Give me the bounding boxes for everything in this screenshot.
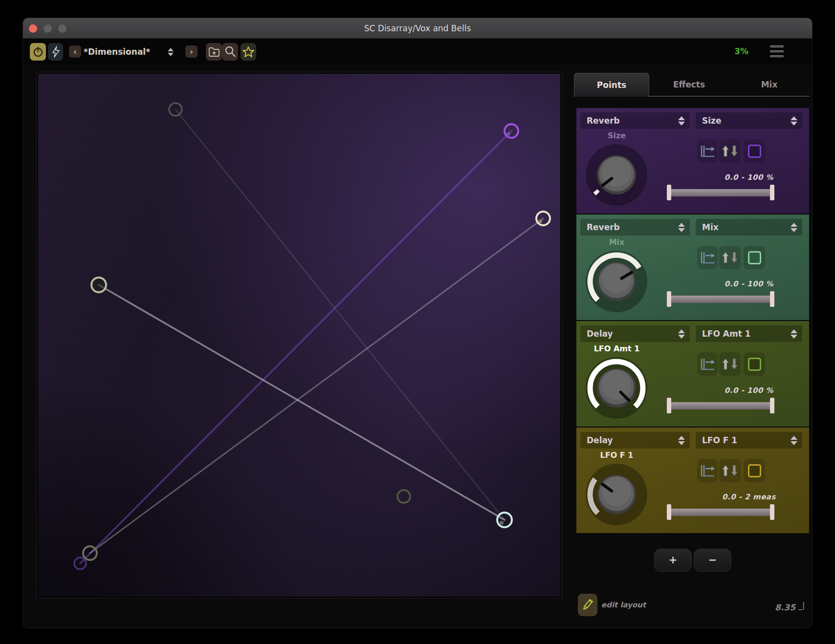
range-slider-min-handle[interactable] xyxy=(667,398,671,413)
toolbar: ‹ *Dimensional* › 3% xyxy=(23,39,812,64)
favorite-button[interactable] xyxy=(241,43,256,61)
range-slider-max-handle[interactable] xyxy=(770,185,774,200)
pad-node-dot xyxy=(500,521,504,525)
search-presets-button[interactable] xyxy=(222,43,238,61)
param-select[interactable]: LFO Amt 1 xyxy=(696,325,802,342)
tab-mix[interactable]: Mix xyxy=(729,73,810,97)
select-arrows-icon xyxy=(678,436,685,445)
range-slider-track xyxy=(669,402,773,409)
effect-select[interactable]: Delay xyxy=(580,432,690,449)
range-slider-track xyxy=(669,509,773,516)
range-readout: 0.0 - 100 % xyxy=(696,173,802,182)
remove-point-button[interactable]: − xyxy=(694,549,731,572)
bypass-button[interactable] xyxy=(48,43,63,61)
mod-invert-button[interactable] xyxy=(719,246,741,269)
mod-curve-button[interactable] xyxy=(697,246,718,269)
preset-browse-arrows[interactable] xyxy=(168,48,174,56)
param-knob[interactable] xyxy=(575,240,658,323)
param-knob[interactable] xyxy=(575,453,658,536)
param-select[interactable]: LFO F 1 xyxy=(696,432,802,449)
ramp-curve-icon xyxy=(699,251,716,264)
save-preset-button[interactable] xyxy=(206,43,222,61)
select-arrows-icon xyxy=(678,223,685,232)
mod-invert-button[interactable] xyxy=(719,139,741,163)
preset-next-button[interactable]: › xyxy=(185,45,198,58)
ramp-curve-icon xyxy=(699,357,716,371)
titlebar: SC Disarray/Vox and Bells xyxy=(23,18,812,39)
mod-curve-button[interactable] xyxy=(697,352,718,376)
tab-effects[interactable]: Effects xyxy=(649,73,729,97)
select-arrows-icon xyxy=(791,329,797,339)
range-slider[interactable] xyxy=(667,504,775,520)
mod-color-swatch-inner xyxy=(748,358,761,371)
pad-link-line xyxy=(80,131,511,563)
mod-invert-button[interactable] xyxy=(719,459,741,482)
effect-select-label: Reverb xyxy=(587,222,620,232)
param-knob[interactable] xyxy=(575,133,658,216)
range-slider[interactable] xyxy=(667,291,775,307)
range-readout: 0.0 - 100 % xyxy=(696,386,802,395)
range-slider-min-handle[interactable] xyxy=(667,291,671,307)
range-slider-max-handle[interactable] xyxy=(770,504,774,520)
tab-underline xyxy=(649,96,810,97)
effect-select[interactable]: Delay xyxy=(580,325,690,342)
pad-node[interactable] xyxy=(91,278,106,292)
mod-slot-reverb-size: Reverb Size Size xyxy=(576,108,809,214)
resize-corner-icon: _| xyxy=(798,601,805,610)
menu-icon xyxy=(770,45,784,47)
effect-select[interactable]: Reverb xyxy=(580,219,690,236)
tab-points[interactable]: Points xyxy=(574,73,649,97)
folder-plus-icon xyxy=(208,46,220,58)
mod-curve-button[interactable] xyxy=(697,459,718,482)
select-arrows-icon xyxy=(678,329,685,339)
xy-pad[interactable] xyxy=(37,72,562,598)
mod-invert-button[interactable] xyxy=(719,352,741,376)
knob-highlight xyxy=(602,264,631,293)
window-title: SC Disarray/Vox and Bells xyxy=(23,18,812,39)
mod-color-swatch-button[interactable] xyxy=(744,246,765,269)
range-slider-min-handle[interactable] xyxy=(667,504,671,520)
mod-slot-delay-lfof: Delay LFO F 1 LFO F 1 xyxy=(576,428,809,533)
preset-name[interactable]: *Dimensional* xyxy=(84,44,167,59)
param-knob[interactable] xyxy=(575,346,658,429)
param-select[interactable]: Size xyxy=(696,112,802,129)
range-slider[interactable] xyxy=(667,397,775,414)
preset-prev-button[interactable]: ‹ xyxy=(69,45,81,58)
ramp-curve-icon xyxy=(699,144,716,158)
mod-curve-button[interactable] xyxy=(697,139,718,163)
edit-layout-button[interactable] xyxy=(578,594,597,616)
effect-select-label: Delay xyxy=(587,329,613,339)
range-slider-min-handle[interactable] xyxy=(667,185,671,200)
range-slider-max-handle[interactable] xyxy=(770,291,774,307)
range-slider[interactable] xyxy=(667,184,775,201)
knob-value-arc xyxy=(595,191,598,194)
range-slider-track xyxy=(669,189,773,196)
param-select-label: Mix xyxy=(702,222,719,232)
mod-color-swatch-inner xyxy=(748,145,761,158)
pad-node[interactable] xyxy=(397,490,410,503)
mod-color-swatch-button[interactable] xyxy=(744,139,765,163)
param-select-label: Size xyxy=(702,116,722,126)
up-down-arrows-icon xyxy=(722,464,738,477)
add-point-button[interactable]: + xyxy=(654,549,692,572)
mod-color-swatch-button[interactable] xyxy=(744,352,765,376)
star-icon xyxy=(242,45,255,58)
select-arrows-icon xyxy=(791,116,797,126)
select-arrows-icon xyxy=(791,223,797,232)
knob-highlight xyxy=(602,477,631,506)
effect-select[interactable]: Reverb xyxy=(580,112,690,129)
pad-link-line xyxy=(176,109,505,520)
param-select[interactable]: Mix xyxy=(696,219,802,236)
mod-slot-delay-lfoamt: Delay LFO Amt 1 LFO Amt 1 xyxy=(576,321,809,427)
power-button[interactable] xyxy=(30,43,46,61)
param-select-label: LFO Amt 1 xyxy=(702,329,751,339)
param-select-label: LFO F 1 xyxy=(702,435,737,445)
edit-layout-label: edit layout xyxy=(601,600,699,610)
up-down-arrows-icon xyxy=(722,145,738,157)
mod-color-swatch-button[interactable] xyxy=(744,459,765,482)
effect-select-label: Delay xyxy=(587,435,613,445)
range-readout: 0.0 - 2 meas xyxy=(696,493,802,501)
range-slider-max-handle[interactable] xyxy=(770,398,774,413)
menu-button[interactable] xyxy=(770,45,784,57)
cpu-meter: 3% xyxy=(709,44,748,58)
